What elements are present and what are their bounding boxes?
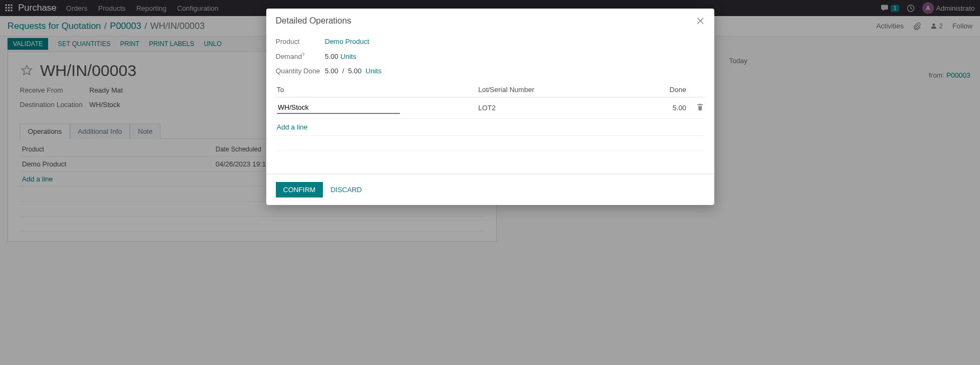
col-done[interactable]: Done [606, 82, 687, 97]
cell-done[interactable]: 5.00 [606, 97, 687, 119]
modal-overlay: Detailed Operations Product Demo Product… [0, 0, 980, 365]
cell-lot[interactable]: LOT2 [477, 97, 606, 119]
close-icon[interactable] [696, 17, 705, 25]
modal-demand-label: Demand? [276, 52, 325, 60]
col-lot[interactable]: Lot/Serial Number [477, 82, 606, 97]
confirm-button[interactable]: CONFIRM [276, 182, 323, 197]
col-to[interactable]: To [276, 82, 477, 97]
modal-product-value[interactable]: Demo Product [325, 37, 369, 45]
modal-lines-table: To Lot/Serial Number Done LOT2 5.00 Add … [276, 82, 705, 166]
modal-title: Detailed Operations [276, 16, 351, 26]
discard-button[interactable]: DISCARD [330, 186, 362, 194]
detailed-operations-modal: Detailed Operations Product Demo Product… [266, 9, 714, 205]
delete-line-icon[interactable] [697, 103, 704, 111]
modal-add-line-link[interactable]: Add a line [277, 123, 308, 131]
modal-qty-done-label: Quantity Done [276, 67, 325, 75]
modal-product-label: Product [276, 37, 325, 45]
modal-demand-value: 5.00Units [325, 52, 357, 60]
modal-line-row[interactable]: LOT2 5.00 [276, 97, 705, 119]
to-input[interactable] [277, 102, 400, 114]
modal-qty-done-value: 5.00 / 5.00 Units [325, 67, 382, 75]
